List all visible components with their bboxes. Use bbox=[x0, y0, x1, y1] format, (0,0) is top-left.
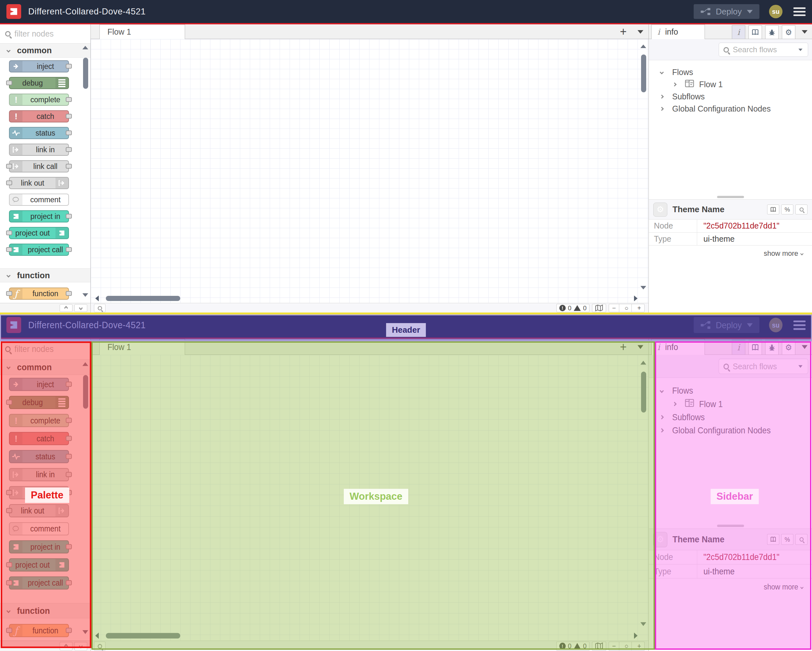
flowfuse-logo[interactable] bbox=[6, 317, 21, 333]
palette-node-link-in[interactable]: link in bbox=[9, 143, 69, 156]
palette-category-function[interactable]: function bbox=[0, 603, 90, 619]
tree-item-flows[interactable]: Flows bbox=[649, 66, 812, 78]
sidebar-tool-help[interactable] bbox=[748, 25, 762, 39]
node-input-port[interactable] bbox=[6, 230, 12, 235]
node-output-port[interactable] bbox=[66, 628, 72, 633]
palette-node-function[interactable]: ƒ function bbox=[9, 288, 69, 300]
node-output-port[interactable] bbox=[66, 382, 72, 387]
canvas-horizontal-scrollbar[interactable] bbox=[91, 633, 649, 639]
flow-search-box[interactable] bbox=[719, 43, 808, 57]
canvas-search-button[interactable] bbox=[94, 304, 105, 312]
collapse-all-button[interactable] bbox=[60, 642, 72, 650]
palette-node-function[interactable]: ƒ function bbox=[9, 624, 69, 637]
copy-link-button[interactable]: % bbox=[781, 534, 794, 545]
zoom-out-button[interactable]: − bbox=[609, 642, 619, 650]
find-node-button[interactable] bbox=[795, 204, 807, 215]
scrollbar-thumb[interactable] bbox=[641, 372, 646, 413]
node-output-port[interactable] bbox=[66, 164, 72, 169]
tree-item-flow-1[interactable]: Flow 1 bbox=[649, 397, 812, 410]
main-menu-icon[interactable] bbox=[794, 8, 806, 16]
palette-node-comment[interactable]: comment bbox=[9, 194, 69, 206]
palette-node-project-in[interactable]: project in bbox=[9, 210, 69, 223]
node-output-port[interactable] bbox=[66, 418, 72, 423]
palette-filter-input[interactable] bbox=[14, 29, 75, 38]
deploy-options-caret[interactable] bbox=[747, 10, 752, 14]
sidebar-menu-caret[interactable] bbox=[802, 30, 807, 34]
scroll-down-icon[interactable] bbox=[82, 630, 88, 634]
navigator-button[interactable] bbox=[592, 304, 606, 312]
palette-node-complete[interactable]: ! complete bbox=[9, 94, 69, 106]
node-input-port[interactable] bbox=[6, 180, 12, 185]
notification-counts[interactable]: ! 0 0 bbox=[556, 642, 589, 651]
palette-scrollbar[interactable] bbox=[82, 45, 89, 89]
scroll-left-icon[interactable] bbox=[95, 296, 99, 301]
drag-handle[interactable] bbox=[717, 525, 744, 527]
palette-category-function[interactable]: function bbox=[0, 268, 90, 282]
search-options-caret[interactable] bbox=[798, 49, 803, 51]
node-output-port[interactable] bbox=[66, 291, 72, 296]
find-node-button[interactable] bbox=[795, 534, 807, 545]
scroll-left-icon[interactable] bbox=[95, 633, 99, 639]
palette-node-inject[interactable]: inject bbox=[9, 378, 69, 391]
palette-node-link-out[interactable]: link out bbox=[9, 177, 69, 189]
scroll-right-icon[interactable] bbox=[634, 633, 638, 639]
canvas-search-button[interactable] bbox=[94, 642, 105, 651]
collapse-all-button[interactable] bbox=[60, 304, 72, 312]
node-input-port[interactable] bbox=[6, 247, 12, 252]
user-avatar[interactable]: su bbox=[769, 318, 783, 332]
scrollbar-thumb[interactable] bbox=[641, 55, 646, 92]
deploy-options-caret[interactable] bbox=[747, 323, 752, 327]
node-input-port[interactable] bbox=[6, 508, 12, 513]
flow-search-input[interactable] bbox=[733, 45, 794, 54]
palette-node-status[interactable]: status bbox=[9, 450, 69, 463]
node-output-port[interactable] bbox=[66, 454, 72, 459]
flow-search-input[interactable] bbox=[733, 361, 794, 371]
property-value-node-id[interactable]: "2c5d702b11de7dd1" bbox=[697, 550, 812, 564]
scroll-down-icon[interactable] bbox=[82, 293, 88, 297]
sidebar-tool-debug[interactable] bbox=[765, 340, 778, 355]
sidebar-tool-info[interactable]: i bbox=[732, 340, 745, 355]
zoom-out-button[interactable]: − bbox=[609, 304, 619, 312]
flow-list-caret[interactable] bbox=[638, 345, 643, 349]
palette-node-debug[interactable]: debug bbox=[9, 77, 69, 89]
palette-node-comment[interactable]: comment bbox=[9, 522, 69, 535]
palette-node-link-in[interactable]: link in bbox=[9, 468, 69, 481]
palette-node-project-call[interactable]: project call bbox=[9, 244, 69, 256]
sidebar-splitter[interactable] bbox=[649, 523, 812, 529]
node-output-port[interactable] bbox=[66, 472, 72, 477]
search-options-caret[interactable] bbox=[798, 365, 803, 367]
palette-scrollbar[interactable] bbox=[82, 361, 89, 409]
palette-node-debug[interactable]: debug bbox=[9, 396, 69, 409]
sidebar-splitter[interactable] bbox=[649, 195, 812, 200]
palette-node-complete[interactable]: ! complete bbox=[9, 414, 69, 427]
node-output-port[interactable] bbox=[66, 97, 72, 102]
zoom-in-button[interactable]: + bbox=[634, 642, 644, 650]
tree-item-flow-1[interactable]: Flow 1 bbox=[649, 78, 812, 90]
scroll-down-icon[interactable] bbox=[640, 622, 646, 626]
scrollbar-thumb[interactable] bbox=[83, 375, 88, 409]
tab-flow-1[interactable]: Flow 1 bbox=[99, 339, 185, 355]
node-input-port[interactable] bbox=[6, 562, 12, 567]
palette-node-status[interactable]: status bbox=[9, 127, 69, 139]
scrollbar-thumb[interactable] bbox=[106, 296, 180, 301]
flow-list-caret[interactable] bbox=[638, 30, 643, 34]
flowfuse-logo[interactable] bbox=[6, 4, 21, 19]
node-output-port[interactable] bbox=[66, 247, 72, 252]
node-output-port[interactable] bbox=[66, 130, 72, 135]
sidebar-tool-help[interactable] bbox=[748, 340, 762, 355]
zoom-reset-button[interactable]: ○ bbox=[621, 304, 632, 312]
navigator-button[interactable] bbox=[592, 642, 606, 651]
node-input-port[interactable] bbox=[6, 400, 12, 405]
tree-item-flows[interactable]: Flows bbox=[649, 384, 812, 397]
scroll-up-icon[interactable] bbox=[82, 362, 88, 366]
node-help-button[interactable] bbox=[767, 534, 779, 545]
palette-node-project-call[interactable]: project call bbox=[9, 576, 69, 590]
palette-node-catch[interactable]: ! catch bbox=[9, 432, 69, 445]
scroll-up-icon[interactable] bbox=[640, 361, 646, 365]
expand-all-button[interactable] bbox=[75, 642, 87, 650]
property-value-node-id[interactable]: "2c5d702b11de7dd1" bbox=[697, 220, 812, 232]
tree-item-global-config[interactable]: Global Configuration Nodes bbox=[649, 424, 812, 437]
palette-node-project-out[interactable]: project out bbox=[9, 227, 69, 239]
notification-counts[interactable]: ! 0 0 bbox=[556, 304, 589, 312]
palette-node-inject[interactable]: inject bbox=[9, 60, 69, 72]
